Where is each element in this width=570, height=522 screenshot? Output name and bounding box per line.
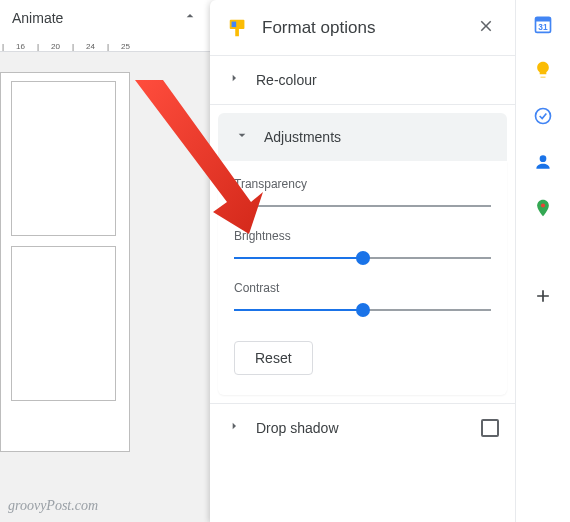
chevron-up-icon[interactable] [182,8,198,28]
panel-title: Format options [262,18,473,38]
slider-fill [234,257,363,259]
adjustments-header[interactable]: Adjustments [218,113,507,161]
slider-thumb[interactable] [356,251,370,265]
format-options-panel: Format options Re-colour Adjustments Tra… [210,0,515,522]
svg-rect-2 [232,21,237,26]
recolour-header[interactable]: Re-colour [210,56,515,104]
calendar-icon[interactable]: 31 [533,14,553,34]
slider-fill [234,309,363,311]
drop-shadow-title: Drop shadow [256,420,481,436]
brightness-slider[interactable] [234,257,491,259]
add-icon[interactable] [533,286,553,306]
svg-text:31: 31 [538,22,548,32]
slide-canvas: groovyPost.com [0,52,210,522]
chevron-right-icon [226,418,242,438]
image-placeholder[interactable] [11,246,116,401]
transparency-label: Transparency [234,177,491,191]
adjustments-title: Adjustments [264,129,491,145]
recolour-title: Re-colour [256,72,499,88]
contrast-label: Contrast [234,281,491,295]
slide[interactable] [0,72,130,452]
close-icon[interactable] [473,13,499,43]
tasks-icon[interactable] [533,106,553,126]
maps-icon[interactable] [533,198,553,218]
main-toolbar: Animate [0,0,210,36]
svg-point-8 [541,203,545,207]
panel-header: Format options [210,0,515,56]
brightness-group: Brightness [234,229,491,259]
chevron-right-icon [226,70,242,90]
image-placeholder[interactable] [11,81,116,236]
transparency-slider[interactable] [234,205,491,207]
transparency-group: Transparency [234,177,491,207]
slider-thumb[interactable] [356,303,370,317]
format-icon [226,16,250,40]
watermark: groovyPost.com [8,498,98,514]
side-panel: 31 [515,0,570,522]
contrast-group: Contrast [234,281,491,311]
reset-button[interactable]: Reset [234,341,313,375]
section-recolour: Re-colour [210,56,515,105]
svg-point-6 [536,109,551,124]
keep-icon[interactable] [533,60,553,80]
svg-rect-4 [536,17,551,21]
contrast-slider[interactable] [234,309,491,311]
animate-button[interactable]: Animate [12,10,182,26]
drop-shadow-checkbox[interactable] [481,419,499,437]
svg-rect-1 [235,28,239,35]
contacts-icon[interactable] [533,152,553,172]
slider-thumb[interactable] [227,199,241,213]
section-adjustments: Adjustments Transparency Brightness Cont… [210,113,515,395]
section-drop-shadow[interactable]: Drop shadow [210,403,515,452]
adjustments-body: Transparency Brightness Contrast [218,161,507,395]
ruler: | 16 | 20 | 24 | 25 [0,36,210,52]
chevron-down-icon [234,127,250,147]
svg-point-7 [540,155,547,162]
brightness-label: Brightness [234,229,491,243]
